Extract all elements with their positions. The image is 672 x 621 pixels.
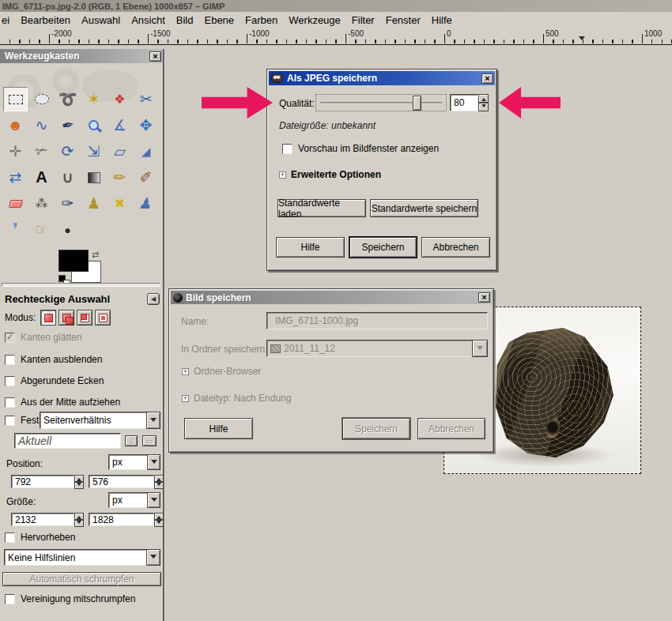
filename-input[interactable]: IMG_6711-1000.jpg	[266, 312, 488, 329]
quality-spinner[interactable]	[478, 94, 489, 111]
toolbox-titlebar[interactable]: Werkzeugkasten	[0, 49, 163, 63]
tool-perspective-clone[interactable]: ♟	[134, 191, 158, 216]
tool-blur-sharpen[interactable]: ❜	[3, 217, 28, 242]
fixed-combo[interactable]: Seitenverhältnis	[40, 412, 160, 429]
size-height-spinner[interactable]	[154, 513, 164, 526]
tool-flip[interactable]: ⇄	[3, 165, 28, 190]
aspect-ratio-entry[interactable]: Aktuell	[14, 433, 121, 449]
menu-auswahl[interactable]: Auswahl	[76, 13, 126, 28]
save-defaults-button[interactable]: Standardwerte speichern	[370, 199, 478, 217]
guides-combo[interactable]: Keine Hilfslinien	[4, 549, 160, 566]
guides-combo-arrow[interactable]	[146, 549, 160, 566]
tool-color-picker[interactable]: ✒	[55, 113, 80, 137]
tool-dodge-burn[interactable]: ●	[55, 217, 80, 242]
tool-paths[interactable]: ∿	[29, 113, 54, 137]
save-dialog-save-button[interactable]: Speichern	[342, 418, 410, 439]
size-width-spinner[interactable]	[74, 513, 84, 526]
tool-free-select[interactable]: ➰	[55, 87, 80, 111]
menu-ansicht[interactable]: Ansicht	[126, 13, 171, 28]
tool-rectangle-select[interactable]	[3, 87, 28, 111]
save-folder-arrow[interactable]	[472, 340, 488, 357]
menu-fenster[interactable]: Fenster	[380, 13, 426, 28]
save-dialog-help-button[interactable]: Hilfe	[184, 418, 253, 439]
horizontal-ruler[interactable]: -2000 -1500 -1000 -500 0 500 1000	[0, 28, 672, 45]
tool-ellipse-select[interactable]	[29, 87, 54, 111]
expand-from-center-checkbox[interactable]	[5, 397, 15, 408]
menu-bearbeiten[interactable]: Bearbeiten	[15, 13, 76, 28]
toolbox-close-icon[interactable]	[149, 51, 161, 62]
position-x-spinner[interactable]	[74, 475, 84, 488]
tool-zoom[interactable]	[81, 113, 106, 137]
tool-gradient[interactable]	[81, 165, 106, 190]
jpeg-cancel-button[interactable]: Abbrechen	[421, 237, 490, 258]
tool-smudge[interactable]: ☞	[29, 217, 54, 242]
position-unit-combo[interactable]: px	[108, 454, 160, 470]
tool-rotate[interactable]: ⟳	[55, 139, 80, 164]
menu-farben[interactable]: Farben	[240, 13, 283, 28]
fixed-checkbox[interactable]	[5, 416, 15, 426]
browser-expander[interactable]: Ordner-Browser	[182, 366, 261, 377]
menu-ebene[interactable]: Ebene	[198, 13, 240, 28]
quality-spinbox[interactable]: 80	[450, 94, 489, 111]
tool-align[interactable]: ✛	[3, 139, 28, 164]
tool-text[interactable]: A	[29, 165, 54, 190]
collapse-options-button[interactable]	[147, 293, 160, 305]
position-y-field[interactable]: 576	[89, 475, 164, 488]
quality-slider[interactable]	[315, 94, 447, 111]
jpeg-dialog-close-icon[interactable]	[481, 73, 493, 84]
tool-crop[interactable]: ✃	[29, 139, 54, 164]
mode-replace-button[interactable]	[40, 310, 56, 326]
preview-checkbox[interactable]	[282, 144, 293, 154]
menu-werkzeuge[interactable]: Werkzeuge	[283, 13, 346, 28]
tool-move[interactable]: ✥	[134, 113, 158, 137]
tool-scale[interactable]: ⇲	[81, 139, 106, 164]
filetype-expander[interactable]: Dateityp: Nach Endung	[182, 393, 291, 404]
tool-scissors-select[interactable]: ✂	[134, 87, 158, 111]
jpeg-dialog-titlebar[interactable]: Als JPEG speichern	[269, 71, 495, 85]
foreground-color-swatch[interactable]	[59, 250, 89, 272]
menu-hilfe[interactable]: Hilfe	[426, 13, 458, 28]
mode-add-button[interactable]	[59, 310, 74, 326]
position-y-spinner[interactable]	[154, 475, 164, 488]
tool-perspective[interactable]: ◢	[134, 139, 158, 164]
tool-eraser[interactable]	[3, 191, 28, 216]
load-defaults-button[interactable]: Standardwerte laden	[277, 199, 366, 217]
fixed-combo-arrow[interactable]	[146, 412, 160, 429]
menu-bild[interactable]: Bild	[171, 13, 199, 28]
autoshrink-button[interactable]: Automatisch schrumpfen	[2, 572, 161, 586]
position-x-field[interactable]: 792	[11, 475, 84, 488]
mode-subtract-button[interactable]	[77, 310, 92, 326]
save-dialog-cancel-button[interactable]: Abbrechen	[417, 418, 485, 439]
size-height-field[interactable]: 1828	[89, 513, 164, 526]
save-folder-combo[interactable]: 2011_11_12	[266, 340, 488, 357]
save-dialog-close-icon[interactable]	[478, 292, 490, 303]
tool-foreground-select[interactable]: ☻	[3, 113, 28, 137]
window-titlebar[interactable]: IMG_6711-ps.jpg-2.0 (RGB, 1 Ebene) 1000x…	[0, 0, 672, 12]
tool-heal[interactable]: ✖	[108, 191, 132, 216]
portrait-orientation-button[interactable]: ▯	[125, 435, 138, 446]
tool-paintbrush[interactable]: ✐	[134, 165, 158, 190]
menu-datei[interactable]: ei	[0, 13, 15, 28]
toolbox-divider[interactable]	[2, 283, 160, 287]
highlight-checkbox[interactable]	[5, 533, 15, 543]
size-unit-arrow[interactable]	[147, 492, 160, 508]
tool-ink[interactable]: ✑	[55, 191, 80, 216]
tool-select-by-color[interactable]: ❖	[108, 87, 132, 111]
size-unit-combo[interactable]: px	[108, 492, 160, 508]
antialias-checkbox[interactable]	[5, 333, 15, 343]
mode-intersect-button[interactable]	[95, 310, 111, 326]
rounded-corners-checkbox[interactable]	[5, 376, 15, 386]
tool-airbrush[interactable]: ⁂	[29, 191, 54, 216]
feather-checkbox[interactable]	[5, 355, 15, 365]
swap-colors-icon[interactable]	[92, 247, 99, 261]
tool-shear[interactable]: ▱	[108, 139, 132, 164]
tool-bucket-fill[interactable]: ∪	[55, 165, 80, 190]
tool-clone[interactable]: ♟	[81, 191, 106, 216]
jpeg-save-button[interactable]: Speichern	[349, 237, 417, 258]
landscape-orientation-button[interactable]: ▭	[142, 435, 157, 446]
shrink-merged-checkbox[interactable]	[5, 594, 15, 604]
tool-pencil[interactable]: ✏	[108, 165, 132, 190]
size-width-field[interactable]: 2132	[11, 513, 84, 526]
quality-slider-handle[interactable]	[413, 96, 421, 111]
tool-measure[interactable]: ∡	[108, 113, 132, 137]
